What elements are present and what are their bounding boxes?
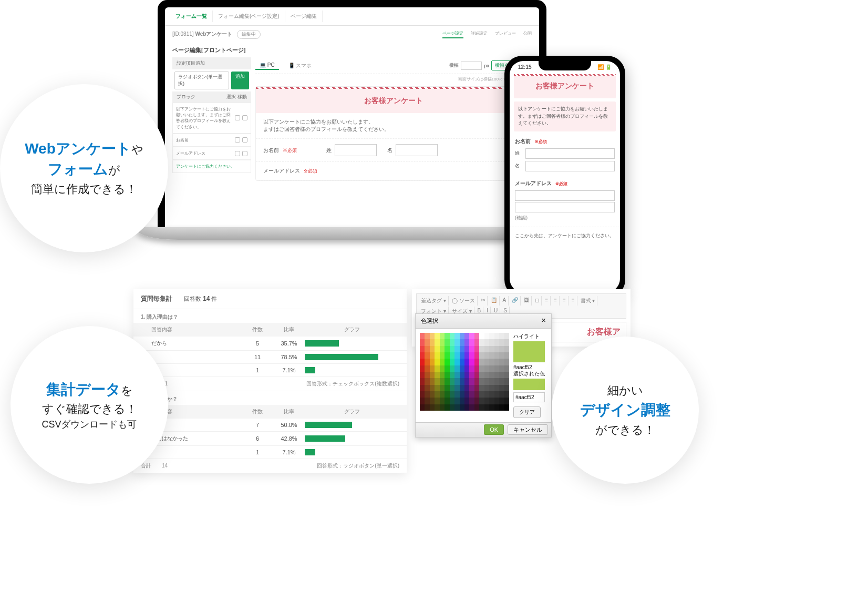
toolbar-btn[interactable]: ≡: [570, 296, 577, 306]
color-cell[interactable]: [454, 359, 459, 365]
color-cell[interactable]: [489, 339, 494, 345]
color-cell[interactable]: [420, 372, 425, 378]
color-cell[interactable]: [474, 339, 479, 345]
color-cell[interactable]: [445, 333, 449, 339]
color-cell[interactable]: [435, 333, 439, 339]
color-cell[interactable]: [489, 346, 494, 352]
color-cell[interactable]: [445, 398, 449, 404]
color-cell[interactable]: [420, 339, 425, 345]
color-cell[interactable]: [479, 372, 484, 378]
color-cell[interactable]: [474, 404, 479, 411]
color-cell[interactable]: [460, 333, 464, 339]
color-cell[interactable]: [464, 378, 469, 384]
color-cell[interactable]: [450, 339, 454, 345]
color-cell[interactable]: [469, 404, 474, 411]
mei-input[interactable]: [396, 144, 438, 156]
color-cell[interactable]: [464, 359, 469, 365]
color-cell[interactable]: [420, 352, 425, 359]
sei-input[interactable]: [335, 144, 377, 156]
color-cell[interactable]: [479, 339, 484, 345]
color-cell[interactable]: [489, 359, 494, 365]
color-cell[interactable]: [450, 333, 454, 339]
toolbar-btn[interactable]: 🖼: [522, 296, 532, 306]
color-cell[interactable]: [425, 339, 429, 345]
color-cell[interactable]: [484, 352, 489, 359]
hex-input[interactable]: [513, 392, 545, 402]
color-cell[interactable]: [484, 378, 489, 384]
color-cell[interactable]: [469, 352, 474, 359]
color-grid[interactable]: [420, 333, 509, 411]
color-cell[interactable]: [504, 359, 509, 365]
color-cell[interactable]: [425, 365, 429, 372]
color-cell[interactable]: [445, 378, 449, 384]
color-cell[interactable]: [494, 346, 499, 352]
tab-page[interactable]: ページ設定: [442, 30, 463, 38]
color-cell[interactable]: [499, 359, 504, 365]
color-cell[interactable]: [430, 352, 435, 359]
color-cell[interactable]: [494, 378, 499, 384]
color-cell[interactable]: [479, 391, 484, 398]
color-cell[interactable]: [440, 346, 445, 352]
color-cell[interactable]: [440, 365, 445, 372]
color-cell[interactable]: [504, 365, 509, 372]
color-cell[interactable]: [474, 352, 479, 359]
color-cell[interactable]: [469, 339, 474, 345]
color-cell[interactable]: [464, 391, 469, 398]
color-cell[interactable]: [425, 372, 429, 378]
close-icon[interactable]: ✕: [541, 317, 546, 325]
color-cell[interactable]: [420, 385, 425, 391]
color-cell[interactable]: [504, 333, 509, 339]
toolbar-btn[interactable]: ≡: [561, 296, 569, 306]
toolbar-btn[interactable]: 書式 ▾: [578, 296, 598, 306]
color-cell[interactable]: [464, 385, 469, 391]
mei-input[interactable]: [525, 161, 615, 171]
color-cell[interactable]: [454, 398, 459, 404]
color-cell[interactable]: [479, 346, 484, 352]
color-cell[interactable]: [450, 359, 454, 365]
color-cell[interactable]: [464, 365, 469, 372]
color-cell[interactable]: [454, 378, 459, 384]
color-cell[interactable]: [479, 365, 484, 372]
color-cell[interactable]: [464, 372, 469, 378]
color-cell[interactable]: [440, 398, 445, 404]
color-cell[interactable]: [450, 404, 454, 411]
color-cell[interactable]: [430, 359, 435, 365]
email-confirm-input[interactable]: [515, 202, 615, 212]
color-cell[interactable]: [464, 346, 469, 352]
color-cell[interactable]: [430, 346, 435, 352]
toolbar-btn[interactable]: ◯ ソース: [450, 296, 478, 306]
color-cell[interactable]: [494, 391, 499, 398]
color-cell[interactable]: [494, 372, 499, 378]
color-cell[interactable]: [499, 333, 504, 339]
color-cell[interactable]: [499, 339, 504, 345]
color-cell[interactable]: [460, 359, 464, 365]
color-cell[interactable]: [489, 385, 494, 391]
color-cell[interactable]: [474, 398, 479, 404]
color-cell[interactable]: [454, 352, 459, 359]
color-cell[interactable]: [489, 333, 494, 339]
color-cell[interactable]: [489, 352, 494, 359]
color-cell[interactable]: [479, 398, 484, 404]
color-cell[interactable]: [420, 404, 425, 411]
color-cell[interactable]: [479, 333, 484, 339]
color-cell[interactable]: [494, 404, 499, 411]
color-cell[interactable]: [420, 365, 425, 372]
color-cell[interactable]: [499, 391, 504, 398]
color-cell[interactable]: [479, 359, 484, 365]
color-cell[interactable]: [435, 359, 439, 365]
color-cell[interactable]: [469, 372, 474, 378]
color-cell[interactable]: [469, 333, 474, 339]
block-item[interactable]: 以下アンケートにご協力をお願いいたします。まずはご回答者様のプロフィールを教えて…: [172, 103, 251, 134]
color-cell[interactable]: [430, 372, 435, 378]
color-cell[interactable]: [440, 404, 445, 411]
tab-detail[interactable]: 詳細設定: [471, 30, 488, 38]
color-cell[interactable]: [430, 378, 435, 384]
color-cell[interactable]: [484, 372, 489, 378]
color-cell[interactable]: [425, 391, 429, 398]
color-cell[interactable]: [454, 333, 459, 339]
color-cell[interactable]: [420, 346, 425, 352]
color-cell[interactable]: [420, 359, 425, 365]
color-cell[interactable]: [430, 333, 435, 339]
color-cell[interactable]: [460, 385, 464, 391]
color-cell[interactable]: [440, 339, 445, 345]
